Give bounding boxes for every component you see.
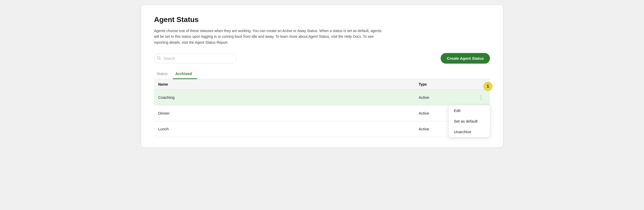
search-icon — [157, 56, 161, 61]
context-menu-item-set-as-default[interactable]: Set as default — [449, 116, 490, 126]
svg-line-1 — [160, 59, 160, 59]
column-header-name: Name — [158, 82, 419, 86]
table-row: Coaching Active ⋮ Edit Set as default Un… — [154, 90, 490, 106]
search-input[interactable] — [154, 54, 237, 63]
page-container: Agent Status Agents choose one of these … — [141, 5, 503, 147]
context-menu-item-edit[interactable]: Edit — [449, 105, 490, 116]
table-row: Dinner Active ⋮ — [154, 106, 490, 121]
table-header: Name Type 1 — [154, 79, 490, 90]
row-type-coaching: Active — [419, 95, 470, 100]
context-menu: Edit Set as default Unarchive 2 — [449, 105, 490, 137]
page-title: Agent Status — [154, 16, 490, 24]
top-bar: Create Agent Status — [154, 53, 490, 64]
context-menu-item-unarchive[interactable]: Unarchive 2 — [449, 126, 490, 137]
page-description: Agents choose one of these statuses when… — [154, 28, 387, 45]
search-wrapper — [154, 54, 237, 63]
tabs-container: Status Archived — [154, 69, 490, 79]
annotation-badge-1: 1 — [483, 82, 493, 91]
row-name-lunch: Lunch — [158, 127, 419, 131]
column-header-type: Type — [419, 82, 470, 86]
row-name-dinner: Dinner — [158, 111, 419, 115]
unarchive-label: Unarchive — [454, 130, 471, 134]
tab-archived[interactable]: Archived — [173, 69, 197, 79]
row-menu-button-coaching[interactable]: ⋮ — [476, 93, 486, 102]
table-wrapper: Name Type 1 Coaching Active ⋮ Edit Set a… — [154, 79, 490, 137]
row-actions-coaching: ⋮ — [470, 93, 486, 102]
create-agent-status-button[interactable]: Create Agent Status — [441, 53, 490, 64]
tab-status[interactable]: Status — [154, 69, 173, 79]
row-name-coaching: Coaching — [158, 95, 419, 100]
table-row: Lunch Active ⋮ — [154, 121, 490, 137]
